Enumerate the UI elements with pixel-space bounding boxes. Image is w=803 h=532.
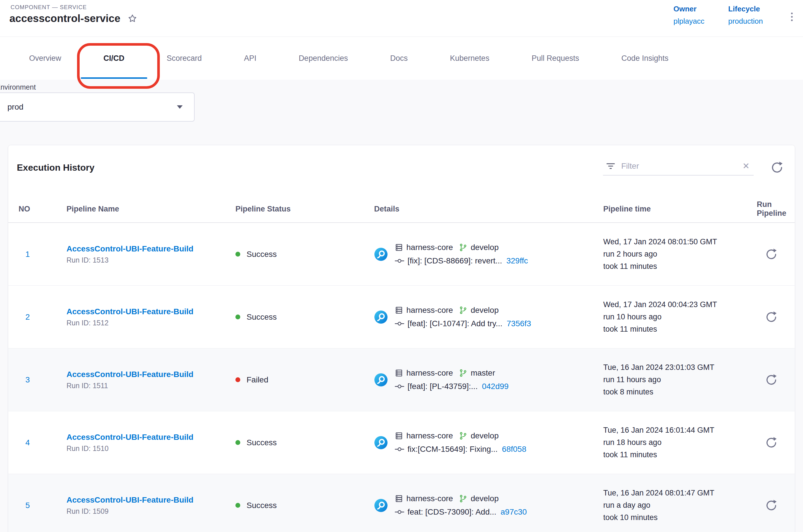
tab-kubernetes[interactable]: Kubernetes	[429, 37, 511, 80]
refresh-button[interactable]	[771, 161, 783, 174]
pipeline-name-link[interactable]: AccessControl-UBI-Feature-Build	[66, 433, 235, 442]
pipeline-time-relative: run 2 hours ago	[603, 250, 757, 259]
status-label: Success	[247, 250, 277, 259]
tab-ci-cd[interactable]: CI/CD	[82, 37, 146, 80]
row-number[interactable]: 4	[19, 438, 66, 447]
run-id: Run ID: 1510	[66, 444, 235, 453]
clear-filter-button[interactable]: ✕	[741, 161, 751, 171]
commit-message: [feat]: [PL-43759]:...	[407, 382, 478, 391]
lifecycle-value: production	[728, 17, 763, 26]
tab-dependencies[interactable]: Dependencies	[278, 37, 369, 80]
pipeline-icon	[374, 373, 388, 387]
row-number[interactable]: 1	[19, 250, 66, 259]
tab-overview[interactable]: Overview	[8, 37, 82, 80]
commit-hash-link[interactable]: 329ffc	[506, 256, 528, 265]
pipeline-name-link[interactable]: AccessControl-UBI-Feature-Build	[66, 495, 235, 505]
pipeline-icon	[374, 436, 388, 450]
repo-icon	[395, 243, 403, 252]
tab-bar: OverviewCI/CDScorecardAPIDependenciesDoc…	[0, 37, 803, 80]
environment-select[interactable]: prod	[0, 93, 195, 121]
table-body: 1 AccessControl-UBI-Feature-Build Run ID…	[8, 223, 795, 532]
pipeline-icon	[374, 247, 388, 261]
commit-hash-link[interactable]: a97c30	[500, 508, 527, 517]
commit-hash-link[interactable]: 7356f3	[507, 319, 531, 328]
row-number[interactable]: 2	[19, 312, 66, 322]
commit-hash-link[interactable]: 68f058	[502, 445, 527, 454]
branch-name: develop	[471, 494, 498, 503]
pipeline-time-duration: took 11 minutes	[603, 325, 757, 334]
commit-icon	[395, 510, 404, 515]
pipeline-time-date: Wed, 17 Jan 2024 00:04:23 GMT	[603, 300, 757, 309]
favorite-star-icon[interactable]	[127, 14, 137, 24]
commit-icon	[395, 258, 404, 263]
branch-name: develop	[471, 306, 498, 315]
run-id: Run ID: 1509	[66, 507, 235, 515]
run-pipeline-button[interactable]	[765, 437, 784, 449]
commit-message: [feat]: [CI-10747]: Add try...	[407, 319, 502, 328]
environment-label: Environment	[0, 83, 36, 91]
entity-header: COMPONENT — SERVICE accesscontrol-servic…	[0, 0, 803, 37]
pipeline-time-relative: run 18 hours ago	[603, 438, 757, 447]
lifecycle-block: Lifecycle production	[728, 4, 763, 26]
git-branch-icon	[459, 369, 467, 377]
tab-api[interactable]: API	[223, 37, 278, 80]
status-label: Success	[247, 438, 277, 447]
branch-name: master	[471, 368, 495, 378]
git-branch-icon	[459, 243, 467, 252]
run-pipeline-button[interactable]	[765, 311, 784, 323]
repo-name: harness-core	[406, 306, 453, 315]
column-header-no: NO	[19, 205, 66, 213]
pipeline-name-link[interactable]: AccessControl-UBI-Feature-Build	[66, 307, 235, 316]
repo-icon	[395, 369, 403, 377]
tab-code-insights[interactable]: Code Insights	[600, 37, 689, 80]
status-dot	[235, 503, 240, 508]
branch-name: develop	[471, 243, 498, 252]
pipeline-time-date: Tue, 16 Jan 2024 16:01:44 GMT	[603, 426, 757, 435]
run-pipeline-button[interactable]	[765, 374, 784, 386]
rerun-icon	[765, 311, 777, 323]
pipeline-name-link[interactable]: AccessControl-UBI-Feature-Build	[66, 244, 235, 253]
owner-link[interactable]: plplayacc	[673, 17, 704, 26]
filter-input[interactable]	[621, 161, 736, 171]
status-dot	[235, 377, 240, 382]
refresh-icon	[771, 161, 783, 174]
commit-message: fix:[CCM-15649]: Fixing...	[407, 445, 498, 454]
page: COMPONENT — SERVICE accesscontrol-servic…	[0, 0, 803, 532]
table-row: 3 AccessControl-UBI-Feature-Build Run ID…	[8, 348, 795, 411]
run-pipeline-button[interactable]	[765, 248, 784, 260]
pipeline-time-duration: took 11 minutes	[603, 450, 757, 459]
filter-field: ✕	[603, 159, 753, 175]
rerun-icon	[765, 248, 777, 260]
pipeline-icon	[374, 310, 388, 324]
run-id: Run ID: 1511	[66, 382, 235, 390]
execution-history-card: Execution History ✕ NO Pipeline Name Pip…	[8, 145, 795, 532]
commit-hash-link[interactable]: 042d99	[482, 382, 509, 391]
table-row: 1 AccessControl-UBI-Feature-Build Run ID…	[8, 223, 795, 286]
status-dot	[235, 440, 240, 445]
status-label: Failed	[247, 375, 268, 384]
tab-scorecard[interactable]: Scorecard	[146, 37, 223, 80]
breadcrumb: COMPONENT — SERVICE	[11, 4, 87, 11]
column-header-details: Details	[374, 205, 603, 213]
tab-pull-requests[interactable]: Pull Requests	[511, 37, 600, 80]
table-row: 2 AccessControl-UBI-Feature-Build Run ID…	[8, 286, 795, 348]
branch-name: develop	[471, 431, 498, 440]
repo-name: harness-core	[406, 243, 453, 252]
section-title: Execution History	[17, 163, 94, 173]
more-options-button[interactable]	[789, 11, 795, 23]
table-row: 5 AccessControl-UBI-Feature-Build Run ID…	[8, 474, 795, 532]
repo-name: harness-core	[406, 494, 453, 503]
environment-selected-value: prod	[7, 102, 23, 112]
pipeline-time-relative: run 10 hours ago	[603, 312, 757, 321]
run-pipeline-button[interactable]	[765, 499, 784, 511]
pipeline-time-duration: took 11 minutes	[603, 262, 757, 271]
row-number[interactable]: 5	[19, 501, 66, 510]
pipeline-name-link[interactable]: AccessControl-UBI-Feature-Build	[66, 370, 235, 379]
table-header: NO Pipeline Name Pipeline Status Details…	[8, 200, 795, 223]
tab-docs[interactable]: Docs	[369, 37, 429, 80]
column-header-run-pipeline: Run Pipeline	[757, 200, 786, 218]
row-number[interactable]: 3	[19, 375, 66, 384]
pipeline-time-date: Tue, 16 Jan 2024 23:01:03 GMT	[603, 363, 757, 372]
table-row: 4 AccessControl-UBI-Feature-Build Run ID…	[8, 411, 795, 474]
status-dot	[235, 315, 240, 319]
